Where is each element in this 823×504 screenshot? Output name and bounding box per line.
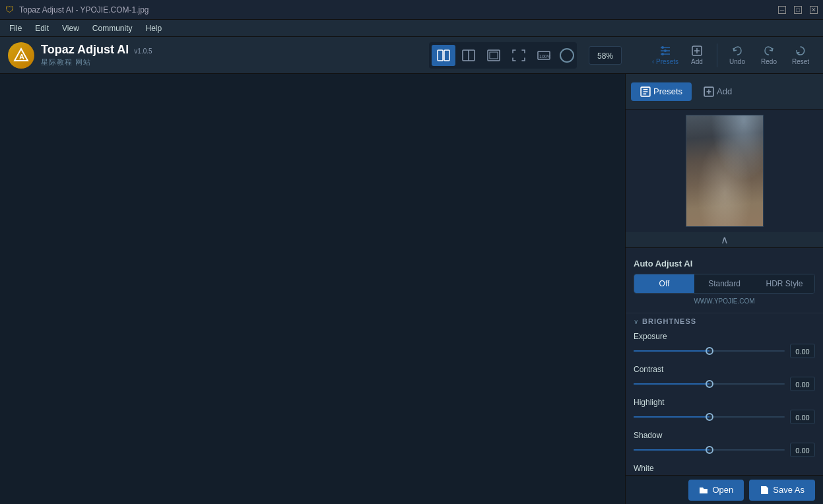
save-as-label: Save As — [773, 485, 805, 495]
brightness-section-header[interactable]: ∨ BRIGHTNESS — [626, 313, 823, 329]
undo-label: Undo — [729, 58, 745, 65]
panel-tabs: Presets Add — [626, 74, 823, 110]
canvas-area: WWW.YPOJIE.COM WWW.YPOJIE.COM — [0, 74, 625, 504]
panel-collapse-button[interactable]: ∧ — [626, 232, 823, 248]
app-title-group: Topaz Adjust AI v1.0.5 星际教程 网站 — [41, 43, 152, 67]
redo-button[interactable]: Redo — [754, 41, 783, 70]
exposure-track[interactable] — [634, 350, 785, 352]
svg-rect-7 — [490, 52, 498, 59]
app-subtitle: 星际教程 网站 — [41, 57, 152, 67]
highlight-value[interactable]: 0.00 — [790, 410, 815, 424]
save-as-button[interactable]: Save As — [749, 480, 815, 501]
dual-view: WWW.YPOJIE.COM WWW.YPOJIE.COM — [306, 74, 320, 504]
maximize-button[interactable]: □ — [794, 6, 802, 14]
undo-button[interactable]: Undo — [723, 41, 752, 70]
white-row: White 0.00 — [626, 461, 823, 475]
open-button[interactable]: Open — [688, 480, 744, 501]
main-layout: WWW.YPOJIE.COM WWW.YPOJIE.COM Presets — [0, 74, 823, 504]
menu-bar: File Edit View Community Help — [0, 20, 823, 37]
add-tab-label: Add — [717, 86, 732, 96]
zoom-level: 58% — [589, 46, 622, 65]
presets-tab-label: Presets — [653, 86, 682, 96]
app-name: Topaz Adjust AI — [41, 43, 129, 57]
exposure-row: Exposure 0.00 — [626, 329, 823, 362]
contrast-value[interactable]: 0.00 — [790, 377, 815, 391]
watermark-panel: WWW.YPOJIE.COM — [634, 298, 815, 305]
tab-add[interactable]: Add — [694, 82, 741, 101]
menu-edit[interactable]: Edit — [28, 22, 55, 34]
exposure-label: Exposure — [634, 332, 815, 341]
chevron-down-icon: ∨ — [634, 318, 638, 325]
right-toolbar: ‹ Presets Add Undo Redo — [651, 41, 815, 70]
presets-label: ‹ Presets — [652, 58, 678, 65]
svg-point-12 — [661, 53, 664, 55]
contrast-label: Contrast — [634, 365, 815, 374]
auto-adjust-title: Auto Adjust AI — [634, 259, 815, 268]
window-title: Topaz Adjust AI - YPOJIE.COM-1.jpg — [19, 5, 149, 15]
contrast-row: Contrast 0.00 — [626, 362, 823, 395]
highlight-control: 0.00 — [634, 410, 815, 424]
svg-point-10 — [661, 46, 664, 49]
svg-rect-2 — [438, 50, 443, 61]
reset-button[interactable]: Reset — [786, 41, 815, 70]
close-button[interactable]: ✕ — [810, 6, 818, 14]
ai-standard-button[interactable]: Standard — [694, 274, 754, 293]
view-modes: 100% — [429, 42, 577, 69]
presets-button[interactable]: ‹ Presets — [651, 41, 680, 70]
app-logo: A Topaz Adjust AI v1.0.5 星际教程 网站 — [8, 42, 152, 69]
app-header: A Topaz Adjust AI v1.0.5 星际教程 网站 — [0, 37, 823, 74]
adjustments-panel: Auto Adjust AI Off Standard HDR Style WW… — [626, 248, 823, 475]
menu-help[interactable]: Help — [139, 22, 169, 34]
view-100-button[interactable]: 100% — [532, 45, 556, 66]
highlight-track[interactable] — [634, 416, 785, 418]
contrast-control: 0.00 — [634, 377, 815, 391]
redo-label: Redo — [761, 58, 777, 65]
auto-adjust-ai: Auto Adjust AI Off Standard HDR Style WW… — [626, 253, 823, 313]
minimize-button[interactable]: ─ — [778, 6, 786, 14]
contrast-track[interactable] — [634, 383, 785, 385]
menu-community[interactable]: Community — [86, 22, 139, 34]
add-button[interactable]: Add — [682, 41, 711, 70]
app-version: v1.0.5 — [134, 47, 152, 55]
tab-presets[interactable]: Presets — [631, 82, 692, 101]
circle-view-icon[interactable] — [560, 48, 574, 63]
shadow-label: Shadow — [634, 431, 815, 440]
title-bar: 🛡 Topaz Adjust AI - YPOJIE.COM-1.jpg ─ □… — [0, 0, 823, 20]
shadow-value[interactable]: 0.00 — [790, 443, 815, 457]
logo-icon: A — [8, 42, 34, 69]
window-controls: ─ □ ✕ — [778, 6, 818, 14]
bottom-bar: Open Save As — [626, 475, 823, 504]
ai-off-button[interactable]: Off — [634, 274, 694, 293]
reset-label: Reset — [792, 58, 809, 65]
svg-point-11 — [664, 49, 667, 52]
view-original-button[interactable] — [482, 45, 506, 66]
highlight-label: Highlight — [634, 398, 815, 407]
view-fit-button[interactable] — [507, 45, 531, 66]
shadow-row: Shadow 0.00 — [626, 428, 823, 461]
ai-mode-buttons: Off Standard HDR Style — [634, 274, 815, 294]
ai-hdr-button[interactable]: HDR Style — [754, 274, 814, 293]
view-dual-button[interactable] — [432, 45, 455, 66]
thumbnail-area — [626, 110, 823, 232]
add-label: Add — [691, 58, 703, 65]
menu-view[interactable]: View — [55, 22, 86, 34]
svg-text:A: A — [19, 53, 24, 61]
open-label: Open — [712, 485, 733, 495]
highlight-row: Highlight 0.00 — [626, 395, 823, 428]
brightness-title: BRIGHTNESS — [642, 317, 696, 325]
exposure-value[interactable]: 0.00 — [790, 344, 815, 358]
svg-rect-3 — [444, 50, 449, 61]
shadow-control: 0.00 — [634, 443, 815, 457]
right-panel: Presets Add ∧ Auto Adjust AI — [625, 74, 823, 504]
svg-text:100%: 100% — [539, 54, 550, 59]
menu-file[interactable]: File — [3, 22, 28, 34]
exposure-control: 0.00 — [634, 344, 815, 358]
thumbnail-image — [686, 115, 764, 227]
white-label: White — [634, 464, 815, 473]
view-split-button[interactable] — [457, 45, 480, 66]
title-bar-left: 🛡 Topaz Adjust AI - YPOJIE.COM-1.jpg — [5, 5, 149, 15]
shadow-track[interactable] — [634, 449, 785, 451]
chevron-up-icon: ∧ — [721, 234, 729, 246]
